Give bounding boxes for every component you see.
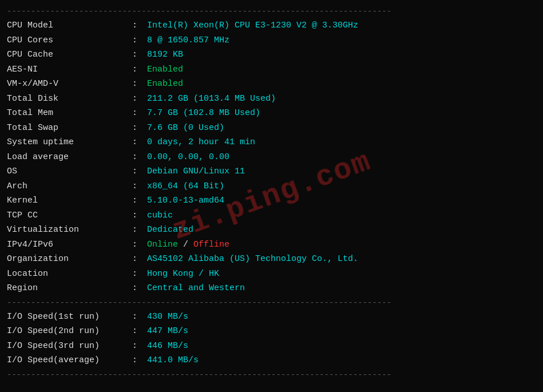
row-label: CPU Cache <box>7 47 127 62</box>
io-label: I/O Speed(2nd run) <box>7 324 127 339</box>
io-colon: : <box>127 310 142 324</box>
row-label: Organization <box>7 252 127 267</box>
row-separator: / <box>178 237 193 252</box>
info-row: Kernel : 5.10.0-13-amd64 <box>7 193 536 208</box>
row-value: 0.00, 0.00, 0.00 <box>147 150 229 165</box>
row-colon: : <box>127 252 142 267</box>
row-value: x86_64 (64 Bit) <box>147 179 224 194</box>
row-label: CPU Cores <box>7 33 127 48</box>
io-row: I/O Speed(2nd run) : 447 MB/s <box>7 324 536 339</box>
io-colon: : <box>127 339 142 354</box>
row-value: 8192 KB <box>147 47 183 62</box>
info-row: Virtualization : Dedicated <box>7 223 536 237</box>
info-row: TCP CC : cubic <box>7 208 536 223</box>
row-colon: : <box>127 281 142 296</box>
row-colon: : <box>127 164 142 179</box>
row-value: Intel(R) Xeon(R) CPU E3-1230 V2 @ 3.30GH… <box>147 18 358 33</box>
row-colon: : <box>127 150 142 165</box>
system-info-section: CPU Model : Intel(R) Xeon(R) CPU E3-1230… <box>7 18 536 296</box>
row-colon: : <box>127 237 142 252</box>
io-value: 441.0 MB/s <box>147 353 199 368</box>
row-label: TCP CC <box>7 208 127 223</box>
row-label: IPv4/IPv6 <box>7 237 127 252</box>
info-row: AES-NI : Enabled <box>7 62 536 77</box>
info-row: CPU Model : Intel(R) Xeon(R) CPU E3-1230… <box>7 18 536 33</box>
row-colon: : <box>127 18 142 33</box>
row-label: AES-NI <box>7 62 127 77</box>
row-value: Central and Western <box>147 281 245 296</box>
row-value: cubic <box>147 208 173 223</box>
info-row: System uptime : 0 days, 2 hour 41 min <box>7 135 536 150</box>
row-colon: : <box>127 193 142 208</box>
row-value: Enabled <box>147 77 183 92</box>
row-label: Kernel <box>7 193 127 208</box>
io-section: I/O Speed(1st run) : 430 MB/sI/O Speed(2… <box>7 310 536 368</box>
row-value: 7.7 GB (102.8 MB Used) <box>147 106 260 121</box>
info-row: OS : Debian GNU/Linux 11 <box>7 164 536 179</box>
row-label: Total Mem <box>7 106 127 121</box>
row-label: Load average <box>7 150 127 165</box>
row-value: Enabled <box>147 62 183 77</box>
io-value: 446 MB/s <box>147 339 188 354</box>
row-value: AS45102 Alibaba (US) Technology Co., Ltd… <box>147 252 358 267</box>
info-row: Load average : 0.00, 0.00, 0.00 <box>7 150 536 165</box>
row-value: Hong Kong / HK <box>147 267 219 282</box>
top-divider: ----------------------------------------… <box>7 7 536 16</box>
row-value: 8 @ 1650.857 MHz <box>147 33 229 48</box>
row-colon: : <box>127 267 142 282</box>
row-colon: : <box>127 121 142 136</box>
row-value: 0 days, 2 hour 41 min <box>147 135 255 150</box>
row-colon: : <box>127 33 142 48</box>
row-colon: : <box>127 106 142 121</box>
row-label: Region <box>7 281 127 296</box>
info-row: IPv4/IPv6 : Online / Offline <box>7 237 536 252</box>
row-colon: : <box>127 135 142 150</box>
row-label: CPU Model <box>7 18 127 33</box>
io-colon: : <box>127 353 142 368</box>
row-value: 5.10.0-13-amd64 <box>147 193 224 208</box>
info-row: Total Swap : 7.6 GB (0 Used) <box>7 121 536 136</box>
io-value: 430 MB/s <box>147 310 188 324</box>
row-label: Location <box>7 267 127 282</box>
row-value: 7.6 GB (0 Used) <box>147 121 224 136</box>
info-row: CPU Cores : 8 @ 1650.857 MHz <box>7 33 536 48</box>
row-colon: : <box>127 92 142 106</box>
io-label: I/O Speed(1st run) <box>7 310 127 324</box>
io-label: I/O Speed(average) <box>7 353 127 368</box>
row-value-online: Online <box>147 237 178 252</box>
info-row: VM-x/AMD-V : Enabled <box>7 77 536 92</box>
middle-divider: ----------------------------------------… <box>7 298 536 307</box>
row-colon: : <box>127 47 142 62</box>
row-label: Virtualization <box>7 223 127 237</box>
io-row: I/O Speed(3rd run) : 446 MB/s <box>7 339 536 354</box>
row-label: Total Swap <box>7 121 127 136</box>
io-colon: : <box>127 324 142 339</box>
io-value: 447 MB/s <box>147 324 188 339</box>
row-label: Arch <box>7 179 127 194</box>
io-row: I/O Speed(average) : 441.0 MB/s <box>7 353 536 368</box>
row-colon: : <box>127 179 142 194</box>
io-row: I/O Speed(1st run) : 430 MB/s <box>7 310 536 324</box>
row-value: Dedicated <box>147 223 193 237</box>
bottom-divider: ----------------------------------------… <box>7 370 536 379</box>
row-colon: : <box>127 77 142 92</box>
row-value-offline: Offline <box>193 237 229 252</box>
row-label: VM-x/AMD-V <box>7 77 127 92</box>
row-label: System uptime <box>7 135 127 150</box>
info-row: CPU Cache : 8192 KB <box>7 47 536 62</box>
info-row: Arch : x86_64 (64 Bit) <box>7 179 536 194</box>
row-colon: : <box>127 208 142 223</box>
info-row: Total Mem : 7.7 GB (102.8 MB Used) <box>7 106 536 121</box>
row-label: Total Disk <box>7 92 127 106</box>
info-row: Organization : AS45102 Alibaba (US) Tech… <box>7 252 536 267</box>
row-colon: : <box>127 62 142 77</box>
info-row: Region : Central and Western <box>7 281 536 296</box>
row-label: OS <box>7 164 127 179</box>
row-value: 211.2 GB (1013.4 MB Used) <box>147 92 276 106</box>
row-colon: : <box>127 223 142 237</box>
io-label: I/O Speed(3rd run) <box>7 339 127 354</box>
info-row: Total Disk : 211.2 GB (1013.4 MB Used) <box>7 92 536 106</box>
info-row: Location : Hong Kong / HK <box>7 267 536 282</box>
row-value: Debian GNU/Linux 11 <box>147 164 245 179</box>
